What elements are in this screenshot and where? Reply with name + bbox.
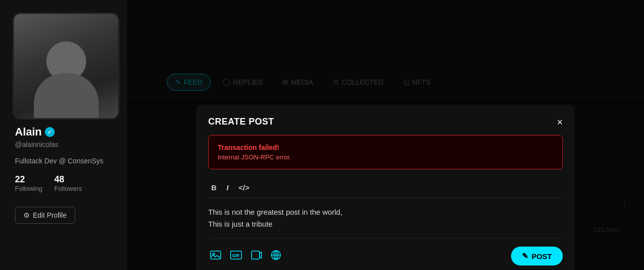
following-stat: 22 Following (15, 174, 42, 192)
gif-button[interactable]: GIF (228, 248, 244, 265)
following-count: 22 (15, 174, 42, 185)
italic-button[interactable]: I (224, 181, 232, 194)
stats-row: 22 Following 48 Followers (15, 174, 82, 192)
modal-title: CREATE POST (208, 117, 274, 127)
user-handle: @alainnicolas (15, 140, 58, 148)
error-title: Transaction failed! (218, 143, 553, 151)
video-button[interactable] (249, 248, 264, 265)
error-box: Transaction failed! Internal JSON-RPC er… (208, 135, 563, 169)
gear-icon: ⚙ (23, 211, 30, 219)
user-name: Alain ✓ (15, 126, 55, 138)
followers-label: Followers (54, 185, 82, 192)
svg-rect-17 (252, 251, 259, 259)
modal-overlay: CREATE POST × Transaction failed! Intern… (127, 0, 644, 270)
verified-icon: ✓ (45, 127, 55, 137)
post-icon: ✎ (522, 252, 528, 261)
svg-text:GIF: GIF (232, 253, 240, 258)
media-buttons: GIF (208, 248, 283, 265)
svg-rect-13 (211, 251, 221, 259)
followers-stat: 48 Followers (54, 174, 82, 192)
avatar-image (14, 14, 118, 118)
bold-button[interactable]: B (208, 181, 220, 194)
editor-toolbar: B I </> (208, 177, 563, 198)
avatar (12, 12, 120, 120)
post-button[interactable]: ✎ POST (511, 247, 563, 266)
post-button-label: POST (531, 252, 552, 261)
followers-count: 48 (54, 174, 82, 185)
globe-button[interactable] (269, 248, 283, 265)
editor-line-2: This is just a tribute (208, 218, 563, 230)
modal-header: CREATE POST × (208, 117, 563, 127)
bottom-toolbar: GIF (208, 247, 563, 266)
modal-close-button[interactable]: × (557, 117, 563, 127)
following-label: Following (15, 185, 42, 192)
name-text: Alain (15, 126, 42, 138)
image-button[interactable] (208, 248, 223, 265)
edit-profile-label: Edit Profile (33, 211, 67, 219)
main-content: ✎ FEED ◯ REPLIES ⊞ MEDIA ⊙ COLLECTED ◱ N… (127, 0, 644, 270)
code-button[interactable]: </> (236, 181, 253, 194)
sidebar: Alain ✓ @alainnicolas Fullstack Dev @ Co… (0, 0, 127, 270)
create-post-modal: CREATE POST × Transaction failed! Intern… (196, 105, 575, 270)
post-editor[interactable]: This is not the greatest post in the wor… (208, 198, 563, 239)
edit-profile-button[interactable]: ⚙ Edit Profile (15, 207, 75, 224)
user-bio: Fullstack Dev @ ConsenSys (15, 157, 104, 165)
error-message: Internal JSON-RPC error. (218, 153, 553, 161)
editor-line-1: This is not the greatest post in the wor… (208, 206, 563, 218)
